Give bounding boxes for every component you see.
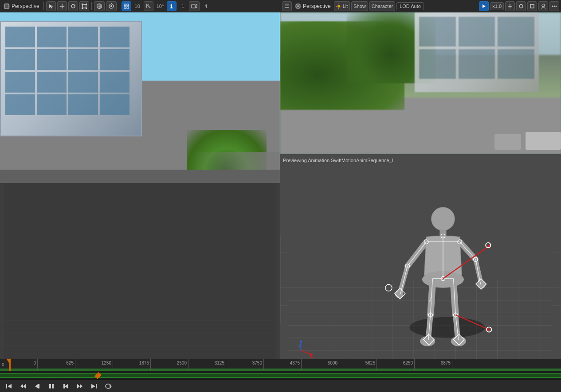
- right-bottom-viewport[interactable]: Z X Previewing Animation SwiftMotionAnim…: [280, 154, 561, 359]
- rotate-tool-btn[interactable]: [68, 1, 78, 11]
- svg-marker-157: [23, 384, 26, 388]
- svg-marker-165: [80, 384, 82, 388]
- num4-label[interactable]: 4: [201, 1, 211, 11]
- svg-point-77: [519, 4, 523, 8]
- left-top-viewport[interactable]: [0, 12, 280, 183]
- building: [0, 21, 142, 136]
- left-bottom-viewport[interactable]: Z X: [0, 183, 280, 359]
- svg-rect-24: [124, 7, 126, 8]
- grid-btn[interactable]: [122, 1, 131, 11]
- play-fwd-skip-btn[interactable]: [75, 381, 85, 392]
- window: [100, 72, 129, 93]
- svg-rect-78: [530, 4, 534, 8]
- svg-point-82: [556, 5, 557, 7]
- svg-marker-29: [195, 4, 197, 8]
- select-tool-btn[interactable]: [46, 1, 56, 11]
- num1-label[interactable]: 1: [178, 1, 188, 11]
- window-r: [498, 17, 534, 47]
- window-r: [419, 49, 456, 79]
- ruler-playhead: [9, 359, 10, 371]
- right-perspective-text: Perspective: [303, 3, 331, 9]
- left-viewport-label[interactable]: Perspective: [2, 3, 41, 9]
- ground: [0, 170, 280, 183]
- svg-point-69: [337, 5, 340, 8]
- sep2: [91, 2, 92, 10]
- snap-btn[interactable]: [106, 1, 117, 11]
- loop-btn[interactable]: [103, 381, 114, 392]
- cars: [191, 152, 280, 170]
- svg-rect-12: [86, 4, 87, 5]
- angle-btn[interactable]: [144, 1, 153, 11]
- svg-rect-23: [127, 4, 129, 6]
- next-frame-btn[interactable]: [60, 381, 71, 392]
- svg-rect-28: [192, 4, 195, 8]
- grid-number[interactable]: 10: [133, 1, 142, 11]
- angle-number[interactable]: 10°: [155, 1, 166, 11]
- timeline-ruler[interactable]: 0 0 625 1250 1875 2500 3125 3750 4375 50: [0, 359, 561, 371]
- window: [5, 94, 35, 115]
- right-viewport-label[interactable]: Perspective: [293, 3, 333, 9]
- svg-rect-14: [86, 8, 87, 9]
- num1-btn[interactable]: [167, 1, 177, 11]
- move-tool-btn[interactable]: [57, 1, 67, 11]
- svg-marker-164: [77, 384, 80, 388]
- more-btn[interactable]: [549, 1, 559, 11]
- svg-rect-162: [63, 384, 65, 388]
- svg-point-79: [542, 4, 545, 7]
- window: [37, 27, 67, 47]
- svg-rect-159: [38, 384, 39, 388]
- scale-tool-btn[interactable]: [79, 1, 89, 11]
- lit-btn[interactable]: Lit: [334, 1, 350, 11]
- scale-tool-right[interactable]: [527, 1, 537, 11]
- svg-point-80: [552, 5, 553, 7]
- translate-tool-right[interactable]: [505, 1, 515, 11]
- rotate-tool-right[interactable]: [516, 1, 526, 11]
- svg-rect-11: [82, 4, 83, 5]
- character-viewport: Z X: [280, 154, 561, 359]
- anim-bar: [0, 373, 561, 378]
- svg-marker-74: [483, 4, 486, 8]
- play-btn[interactable]: [479, 1, 489, 11]
- svg-rect-22: [124, 4, 126, 6]
- window: [68, 72, 98, 93]
- user-icon-right[interactable]: [538, 1, 548, 11]
- window-r: [459, 17, 495, 47]
- svg-rect-154: [6, 384, 7, 388]
- window: [100, 49, 129, 70]
- hamburger-btn[interactable]: ☰: [282, 1, 292, 11]
- window: [5, 27, 35, 47]
- lod-badge[interactable]: LOD Auto: [396, 2, 424, 10]
- svg-marker-156: [20, 384, 23, 388]
- viewports-row: Perspective: [0, 0, 561, 359]
- svg-rect-160: [49, 384, 51, 388]
- window: [5, 72, 35, 93]
- car2: [494, 134, 521, 150]
- show-btn[interactable]: Show: [351, 1, 368, 11]
- prev-frame-btn[interactable]: [32, 381, 43, 392]
- timeline-track[interactable]: [0, 371, 561, 380]
- pause-btn[interactable]: [46, 381, 57, 392]
- svg-rect-13: [82, 8, 83, 9]
- playhead-arrow: [7, 359, 11, 363]
- ruler-ticks: 0 625 1250 1875 2500 3125 3750 4375 5000…: [0, 359, 452, 371]
- cam-btn[interactable]: [189, 1, 200, 11]
- speed-badge[interactable]: x1.0: [490, 2, 504, 10]
- car1: [526, 132, 561, 150]
- world-btn[interactable]: [94, 1, 105, 11]
- play-back-btn[interactable]: [18, 381, 28, 392]
- window-r: [459, 49, 495, 79]
- hamburger-icon: ☰: [284, 3, 290, 9]
- character-btn[interactable]: Character: [369, 1, 395, 11]
- right-top-viewport[interactable]: [280, 12, 561, 154]
- building-windows: [5, 27, 129, 115]
- skip-end-btn[interactable]: [89, 381, 99, 392]
- sep1: [43, 2, 44, 10]
- skip-start-btn[interactable]: [4, 381, 14, 392]
- svg-rect-167: [96, 384, 97, 388]
- window: [68, 94, 98, 115]
- svg-point-101: [410, 317, 485, 338]
- lit-label: Lit: [343, 4, 348, 9]
- building-right: [415, 12, 539, 92]
- svg-text:X: X: [310, 354, 313, 359]
- main-container: Perspective: [0, 0, 561, 392]
